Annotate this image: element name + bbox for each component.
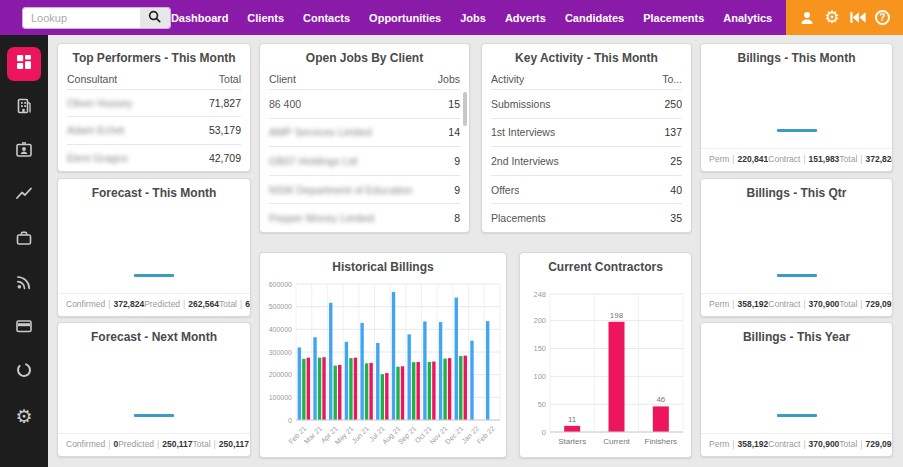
card-current-contractors: Current Contractors 05010015020024811Sta… (519, 252, 692, 458)
table-row[interactable]: NSW Department of Education 9 (269, 175, 460, 204)
table-row[interactable]: Adam Echet 53,179 (67, 116, 241, 143)
nav-jobs[interactable]: Jobs (460, 12, 486, 24)
nav-opportunities[interactable]: Opportunities (369, 12, 441, 24)
table-row[interactable]: Offers 40 (491, 175, 682, 204)
activity-total: 137 (664, 126, 682, 138)
sidebar-item-analytics[interactable] (7, 179, 41, 213)
sparkline (777, 414, 817, 417)
bar-chart: 05010015020024811Starters198Current46Fin… (520, 278, 691, 456)
client-name: 86 400 (269, 98, 301, 110)
table-row[interactable]: 1st Interviews 137 (491, 118, 682, 147)
svg-text:150: 150 (533, 344, 546, 353)
col-total: Total (219, 73, 241, 85)
scrollbar-thumb[interactable] (463, 92, 467, 126)
nav-analytics[interactable]: Analytics (723, 12, 772, 24)
key-activity-table: Activity To... Submissions 250 1st Inter… (482, 69, 691, 232)
card-footer: Perm|220,841 Contract|151,983 Total|372,… (701, 148, 892, 171)
client-name: NSW Department of Education (269, 184, 413, 196)
footer-value: 635,388 (245, 299, 251, 309)
card-forecast-month: Forecast - This Month Confirmed|372,824 … (57, 178, 251, 317)
gear-icon[interactable]: ⚙︎ (822, 8, 842, 28)
card-billings-year: Billings - This Year Perm|358,192 Contra… (700, 322, 893, 457)
sidebar-item-placements[interactable] (7, 311, 41, 345)
svg-text:50: 50 (538, 400, 546, 409)
svg-text:600000: 600000 (269, 281, 292, 288)
search-input[interactable] (23, 8, 140, 28)
footer-label: Perm (709, 299, 729, 309)
card-top-performers: Top Performers - This Month Consultant T… (57, 43, 251, 172)
nav-contacts[interactable]: Contacts (303, 12, 350, 24)
sidebar-item-adverts[interactable] (7, 267, 41, 301)
nav-adverts[interactable]: Adverts (505, 12, 546, 24)
footer-label: Contract (768, 299, 800, 309)
user-icon[interactable] (797, 8, 817, 28)
nav-dashboard[interactable]: Dashboard (171, 12, 228, 24)
table-row[interactable]: Placements 35 (491, 203, 682, 232)
footer-label: Perm (709, 439, 729, 449)
nav-candidates[interactable]: Candidates (565, 12, 624, 24)
dashboard-grid-icon (15, 53, 33, 75)
client-name: AMP Services Limited (269, 126, 372, 138)
footer-value: 250,117 (219, 439, 249, 449)
card-title: Billings - This Month (701, 44, 892, 69)
sidebar-item-jobs[interactable] (7, 223, 41, 257)
card-footer: Perm|358,192 Contract|370,900 Total|729,… (701, 433, 892, 456)
rewind-icon[interactable] (847, 8, 867, 28)
footer-label: Total (839, 154, 857, 164)
search-icon (148, 10, 161, 26)
svg-text:100000: 100000 (269, 394, 292, 401)
client-name: GB07 Holdings Ltd (269, 155, 357, 167)
table-row[interactable]: 2nd Interviews 25 (491, 146, 682, 175)
sidebar-item-settings[interactable]: ⚙︎ (7, 399, 41, 433)
sparkline-zone (58, 348, 250, 433)
sidebar-item-companies[interactable] (7, 91, 41, 125)
grouped-bar-chart: 0100000200000300000400000500000600000Feb… (260, 278, 506, 456)
activity-total: 250 (664, 98, 682, 110)
client-jobs: 9 (454, 155, 460, 167)
svg-text:198: 198 (610, 311, 624, 320)
footer-label: Contract (768, 154, 800, 164)
footer-value: 262,564 (188, 299, 219, 309)
footer-label: Contract (768, 439, 800, 449)
sparkline (777, 274, 817, 277)
card-open-jobs: Open Jobs By Client Client Jobs 86 400 1… (259, 43, 470, 233)
svg-text:400000: 400000 (269, 326, 292, 333)
footer-value: 370,900 (809, 299, 840, 309)
footer-value: 370,900 (809, 439, 840, 449)
table-row[interactable]: Submissions 250 (491, 89, 682, 118)
card-footer: Confirmed|372,824 Predicted|262,564 Tota… (58, 293, 250, 316)
nav-placements[interactable]: Placements (643, 12, 704, 24)
ring-icon (15, 361, 33, 383)
card-scrollbar[interactable] (463, 92, 467, 227)
search-button[interactable] (140, 8, 170, 28)
building-icon (15, 97, 33, 119)
footer-value: 358,192 (738, 299, 769, 309)
client-jobs: 8 (454, 212, 460, 224)
left-sidebar: ⚙︎ (0, 35, 48, 467)
dashboard-page: Dashboard Clients Contacts Opportunities… (0, 0, 903, 467)
top-performers-table: Consultant Total Oliver Hussey 71,827 Ad… (58, 69, 250, 171)
table-row[interactable]: Eleni Gragos 42,709 (67, 144, 241, 171)
help-icon[interactable]: ? (872, 8, 892, 28)
table-row[interactable]: AMP Services Limited 14 (269, 118, 460, 147)
consultant-total: 53,179 (209, 124, 241, 136)
table-row[interactable]: 86 400 15 (269, 89, 460, 118)
card-key-activity: Key Activity - This Month Activity To...… (481, 43, 692, 233)
table-row[interactable]: Oliver Hussey 71,827 (67, 89, 241, 116)
svg-text:11: 11 (568, 415, 577, 424)
footer-value: 250,117 (162, 439, 192, 449)
activity-total: 25 (670, 155, 682, 167)
svg-text:Feb 22: Feb 22 (475, 425, 495, 445)
footer-value: 729,091 (866, 439, 893, 449)
sidebar-item-contacts[interactable] (7, 135, 41, 169)
credit-card-icon (15, 317, 33, 339)
table-row[interactable]: Pepper Money Limited 8 (269, 203, 460, 232)
trend-line-icon (15, 185, 33, 207)
svg-text:Starters: Starters (558, 437, 586, 446)
table-row[interactable]: GB07 Holdings Ltd 9 (269, 146, 460, 175)
table-header: Activity To... (491, 69, 682, 89)
sidebar-item-dashboard[interactable] (7, 47, 41, 81)
nav-clients[interactable]: Clients (247, 12, 284, 24)
svg-text:100: 100 (533, 372, 546, 381)
sidebar-item-sync[interactable] (7, 355, 41, 389)
